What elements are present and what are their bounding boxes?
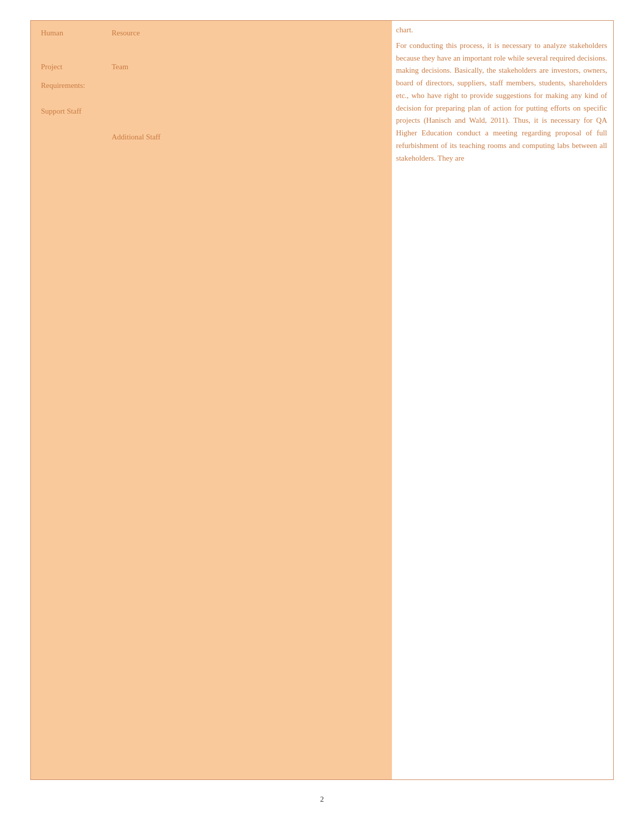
label-resource: Resource [112,29,140,37]
label-team: Team [112,63,128,71]
label-additional-staff: Additional Staff [112,133,382,141]
table-row: Support Staff [41,107,382,116]
label-human: Human [41,29,112,37]
label-support-staff: Support Staff [41,107,112,116]
label-project: Project [41,63,112,71]
table-row: Human Resource [41,29,382,37]
right-body-text: For conducting this process, it is neces… [392,39,613,779]
body-paragraph: For conducting this process, it is neces… [396,41,607,162]
left-table-column: Human Resource Project Team Requirements… [30,20,392,780]
label-requirements: Requirements: [41,81,382,90]
page-number: 2 [30,795,614,804]
chart-label: chart. [396,26,413,34]
right-text-column: chart. For conducting this process, it i… [392,20,614,780]
right-top-text: chart. [392,21,613,39]
page-layout: Human Resource Project Team Requirements… [30,20,614,780]
table-row: Project Team [41,63,382,71]
